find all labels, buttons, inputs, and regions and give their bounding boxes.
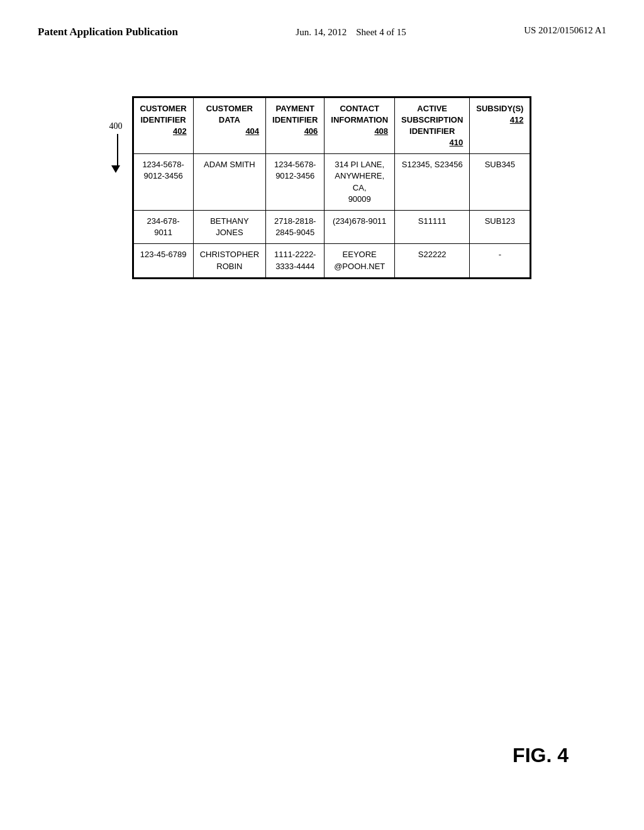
figure-number: FIG. 4 — [513, 744, 569, 767]
col-header-payment-id: PAYMENTIDENTIFIER 406 — [266, 97, 325, 154]
row3-customer-data: CHRISTOPHERROBIN — [193, 244, 265, 277]
arrow-head — [111, 165, 120, 173]
row1-contact-info: 314 PI LANE,ANYWHERE, CA,90009 — [325, 154, 395, 211]
publication-number: US 2012/0150612 A1 — [524, 25, 606, 36]
page-header: Patent Application Publication Jun. 14, … — [38, 25, 606, 46]
row2-customer-id: 234-678-9011 — [133, 211, 193, 244]
publication-date: Jun. 14, 2012 — [296, 27, 347, 37]
table-row: 123-45-6789 CHRISTOPHERROBIN 1111-2222-3… — [133, 244, 530, 277]
table-row: 234-678-9011 BETHANY JONES 2718-2818-284… — [133, 211, 530, 244]
arrow-line — [117, 134, 118, 165]
col-header-customer-id: CUSTOMERIDENTIFIER 402 — [133, 97, 193, 154]
col-number-412: 412 — [476, 114, 523, 126]
figure-arrow: 400 — [113, 121, 123, 173]
publication-date-sheet: Jun. 14, 2012 Sheet 4 of 15 — [296, 25, 406, 40]
col-header-active-sub: ACTIVESUBSCRIPTIONIDENTIFIER 410 — [395, 97, 470, 154]
row2-contact-info: (234)678-9011 — [325, 211, 395, 244]
page: Patent Application Publication Jun. 14, … — [0, 0, 644, 830]
row1-customer-data: ADAM SMITH — [193, 154, 265, 211]
row2-subsidy: SUB123 — [470, 211, 530, 244]
main-content: 400 CUSTOMERIDENTIFIER 402 CUSTOMERDATA … — [38, 84, 606, 279]
col-number-404: 404 — [200, 126, 259, 137]
row3-customer-id: 123-45-6789 — [133, 244, 193, 277]
row2-payment-id: 2718-2818-2845-9045 — [266, 211, 325, 244]
row2-customer-data: BETHANY JONES — [193, 211, 265, 244]
col-number-410: 410 — [401, 137, 463, 148]
publication-title: Patent Application Publication — [38, 25, 178, 39]
data-table-wrapper: CUSTOMERIDENTIFIER 402 CUSTOMERDATA 404 … — [132, 96, 532, 279]
col-header-contact-info: CONTACTINFORMATION 408 — [325, 97, 395, 154]
table-header-row: CUSTOMERIDENTIFIER 402 CUSTOMERDATA 404 … — [133, 97, 530, 154]
row1-subsidy: SUB345 — [470, 154, 530, 211]
customer-table: CUSTOMERIDENTIFIER 402 CUSTOMERDATA 404 … — [133, 97, 531, 278]
row1-payment-id: 1234-5678-9012-3456 — [266, 154, 325, 211]
col-header-subsidy: SUBSIDY(S) 412 — [470, 97, 530, 154]
row3-contact-info: EEYORE@POOH.NET — [325, 244, 395, 277]
sheet-info: Sheet 4 of 15 — [356, 27, 406, 37]
figure-label: 400 — [109, 121, 123, 131]
row1-customer-id: 1234-5678-9012-3456 — [133, 154, 193, 211]
row3-active-sub: S22222 — [395, 244, 470, 277]
col-number-406: 406 — [272, 126, 318, 137]
row1-active-sub: S12345, S23456 — [395, 154, 470, 211]
row3-subsidy: - — [470, 244, 530, 277]
row2-active-sub: S11111 — [395, 211, 470, 244]
col-header-customer-data: CUSTOMERDATA 404 — [193, 97, 265, 154]
table-row: 1234-5678-9012-3456 ADAM SMITH 1234-5678… — [133, 154, 530, 211]
col-number-408: 408 — [331, 126, 388, 137]
col-number-402: 402 — [140, 126, 187, 137]
row3-payment-id: 1111-2222-3333-4444 — [266, 244, 325, 277]
